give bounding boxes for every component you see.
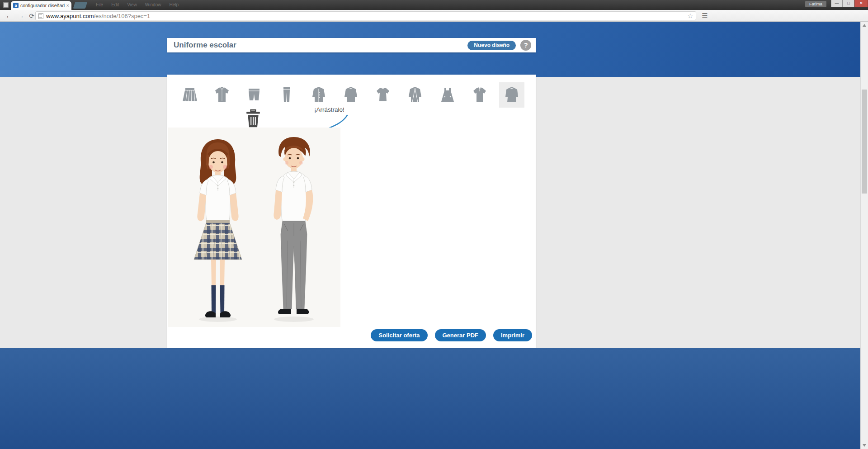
configurator-panel: ¡Arrástralo! xyxy=(167,75,536,348)
maximize-button[interactable]: □ xyxy=(843,0,854,7)
garment-icon-blouse[interactable] xyxy=(370,82,396,108)
tab-close-icon[interactable]: × xyxy=(66,3,69,8)
garment-icon-shirt[interactable] xyxy=(209,82,235,108)
page-title: Uniforme escolar xyxy=(174,38,236,52)
trash-icon[interactable] xyxy=(245,109,261,128)
browser-tab[interactable]: a configurador diseñador | ... × xyxy=(11,1,71,10)
tab-title: configurador diseñador | ... xyxy=(20,3,65,8)
close-button[interactable]: ✕ xyxy=(854,0,868,7)
generate-pdf-button[interactable]: Generar PDF xyxy=(435,329,486,341)
garment-icon-sweater[interactable] xyxy=(338,82,363,108)
garment-icon-cardigan[interactable] xyxy=(306,82,331,108)
page-icon xyxy=(38,13,43,19)
drag-hint-label: ¡Arrástralo! xyxy=(314,106,344,113)
garment-icon-shorts[interactable] xyxy=(241,82,267,108)
window-titlebar: a configurador diseñador | ... × File Ed… xyxy=(0,0,868,10)
garment-icon-pinafore[interactable] xyxy=(435,82,460,108)
address-bar[interactable]: www.ayapunt.com/es/node/106?spec=1 ☆ xyxy=(35,11,696,20)
new-design-button[interactable]: Nuevo diseño xyxy=(467,41,516,50)
blue-footer-band xyxy=(0,348,868,449)
site-favicon: a xyxy=(13,3,19,8)
url-path: /es/node/106?spec=1 xyxy=(94,13,151,19)
garment-icon-trousers[interactable] xyxy=(274,82,299,108)
window-icon xyxy=(3,2,9,8)
ghost-menubar: File Edit View Window Help xyxy=(96,2,179,7)
vertical-scrollbar[interactable] xyxy=(860,22,868,449)
page-header-bar: Uniforme escolar Nuevo diseño ? xyxy=(167,38,536,52)
ghost-menu-item: Help xyxy=(169,2,179,7)
user-profile-badge[interactable]: Fatima xyxy=(805,1,826,7)
ghost-menu-item: Window xyxy=(145,2,161,7)
forward-icon[interactable]: → xyxy=(15,10,26,21)
browser-toolbar: ← → ⟳ www.ayapunt.com/es/node/106?spec=1… xyxy=(0,10,868,22)
browser-window: a configurador diseñador | ... × File Ed… xyxy=(0,0,868,449)
print-button[interactable]: Imprimir xyxy=(493,329,532,341)
avatar-girl xyxy=(194,139,242,322)
minimize-button[interactable]: — xyxy=(831,0,843,7)
scroll-down-icon[interactable] xyxy=(861,442,868,449)
url-text[interactable]: www.ayapunt.com/es/node/106?spec=1 xyxy=(46,13,684,19)
new-tab-button[interactable] xyxy=(73,2,88,9)
ghost-menu-item: View xyxy=(127,2,137,7)
ghost-menu-item: Edit xyxy=(111,2,119,7)
ghost-menu-item: File xyxy=(96,2,103,7)
browser-menu-icon[interactable]: ☰ xyxy=(700,11,710,20)
garment-icon-jacket[interactable] xyxy=(402,82,428,108)
help-button[interactable]: ? xyxy=(520,40,531,51)
scroll-up-icon[interactable] xyxy=(861,22,868,29)
bookmark-star-icon[interactable]: ☆ xyxy=(687,12,693,19)
page-viewport: Uniforme escolar Nuevo diseño ? xyxy=(0,22,868,449)
scrollbar-thumb[interactable] xyxy=(862,90,867,194)
garment-toolbar xyxy=(177,82,524,108)
request-offer-button[interactable]: Solicitar oferta xyxy=(371,329,427,341)
garment-icon-skirt[interactable] xyxy=(177,82,203,108)
avatar-boy xyxy=(274,137,314,322)
garment-icon-jersey[interactable] xyxy=(499,82,524,108)
url-host: www.ayapunt.com xyxy=(46,13,94,19)
garment-icon-polo[interactable] xyxy=(467,82,492,108)
avatar-stage[interactable] xyxy=(168,128,340,327)
back-icon[interactable]: ← xyxy=(4,10,14,21)
action-button-row: Solicitar oferta Generar PDF Imprimir xyxy=(371,329,532,341)
